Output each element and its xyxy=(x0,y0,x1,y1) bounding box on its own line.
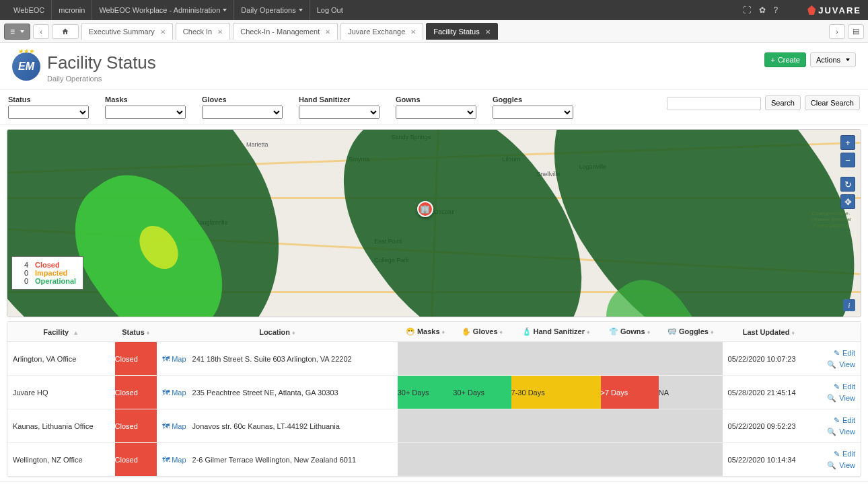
caret-icon xyxy=(846,58,850,61)
tab-check-in[interactable]: Check In✕ xyxy=(176,23,230,40)
city-label: Sandy Springs xyxy=(392,134,431,140)
filter-gloves-label: Gloves xyxy=(202,95,283,104)
home-tab[interactable] xyxy=(52,24,79,39)
caret-icon xyxy=(20,30,24,33)
status-cell: Closed xyxy=(115,342,157,376)
supply-empty-cell xyxy=(398,342,723,376)
sort-icon: ♦ xyxy=(647,329,651,335)
filter-gowns-label: Gowns xyxy=(396,95,476,104)
edit-link[interactable]: ✎ Edit xyxy=(815,381,861,393)
map-marker[interactable]: 🏢 xyxy=(417,201,433,217)
header-row: Facility ▲ Status♦ Location♦ 😷 Masks♦ ✋ … xyxy=(7,322,861,342)
legend-count: 0 xyxy=(19,277,28,285)
col-location[interactable]: Location♦ xyxy=(157,322,398,342)
view-link[interactable]: 🔍 View xyxy=(815,460,861,471)
tab-list-button[interactable]: ▤ xyxy=(848,24,864,39)
legend-operational: Operational xyxy=(35,277,76,285)
menu-daily-ops[interactable]: Daily Operations xyxy=(234,0,310,20)
close-icon[interactable]: ✕ xyxy=(217,28,223,36)
brand-text: JUVARE xyxy=(818,5,861,15)
facility-cell: Arlington, VA Office xyxy=(7,342,115,376)
col-facility[interactable]: Facility ▲ xyxy=(7,322,115,342)
col-masks[interactable]: 😷 Masks♦ xyxy=(398,322,454,342)
close-icon[interactable]: ✕ xyxy=(410,28,416,36)
glove-icon: ✋ xyxy=(462,327,471,335)
status-cell: Closed xyxy=(115,376,157,409)
footer: ⏮ ◀ Page 1 of 1 ▶ ⏭ Disable Refresh? ©20… xyxy=(0,481,868,484)
map[interactable]: Sandy Springs Smyrna Decatur East Point … xyxy=(7,129,861,317)
gear-icon[interactable]: ✿ xyxy=(759,5,766,15)
filter-gowns-select[interactable] xyxy=(396,106,476,119)
view-link[interactable]: 🔍 View xyxy=(815,426,861,438)
menu-button[interactable]: ≡ xyxy=(4,24,30,40)
map-pin-icon: 🗺 xyxy=(162,389,170,397)
sort-icon: ♦ xyxy=(711,329,714,335)
row-actions: ✎ Edit 🔍 View xyxy=(815,409,861,443)
table-row: Juvare HQClosed🗺 Map 235 Peachtree Stree… xyxy=(7,376,861,409)
col-gowns[interactable]: 👕 Gowns♦ xyxy=(601,322,659,342)
supply-empty-cell xyxy=(398,409,723,443)
map-link[interactable]: 🗺 Map xyxy=(162,456,186,464)
help-icon[interactable]: ? xyxy=(774,5,779,15)
edit-link[interactable]: ✎ Edit xyxy=(815,415,861,426)
pencil-icon: ✎ xyxy=(834,382,840,391)
edit-link[interactable]: ✎ Edit xyxy=(815,348,861,359)
city-label: Lilburn xyxy=(502,156,520,163)
map-link[interactable]: 🗺 Map xyxy=(162,355,186,363)
tab-executive-summary[interactable]: Executive Summary✕ xyxy=(81,23,173,40)
filter-status-select[interactable] xyxy=(8,106,89,119)
filter-gloves-select[interactable] xyxy=(202,106,283,119)
map-link[interactable]: 🗺 Map xyxy=(162,389,186,397)
close-icon[interactable]: ✕ xyxy=(160,28,166,36)
tab-prev-button[interactable]: ‹ xyxy=(33,24,49,39)
view-link[interactable]: 🔍 View xyxy=(815,393,861,404)
col-updated[interactable]: Last Updated♦ xyxy=(723,322,816,342)
create-button[interactable]: +Create xyxy=(764,52,805,67)
tab-juvare-exchange[interactable]: Juvare Exchange✕ xyxy=(340,23,423,40)
status-cell: Closed xyxy=(115,409,157,443)
logout-link[interactable]: Log Out xyxy=(310,0,350,20)
filter-status-label: Status xyxy=(8,95,89,104)
user-name[interactable]: mcronin xyxy=(52,0,92,20)
search-input[interactable] xyxy=(667,97,761,110)
close-icon[interactable]: ✕ xyxy=(485,28,491,36)
recenter-button[interactable]: ✥ xyxy=(840,194,855,209)
refresh-map-button[interactable]: ↻ xyxy=(840,177,855,192)
filter-sanitizer-select[interactable] xyxy=(299,106,379,119)
zoom-in-button[interactable]: + xyxy=(840,135,855,150)
pencil-icon: ✎ xyxy=(834,416,840,425)
tab-check-in-management[interactable]: Check-In - Management✕ xyxy=(233,23,338,40)
col-sanitizer[interactable]: 🧴 Hand Sanitizer♦ xyxy=(511,322,601,342)
actions-button[interactable]: Actions xyxy=(810,52,856,67)
legend-count: 4 xyxy=(19,261,28,269)
tab-next-button[interactable]: › xyxy=(829,24,845,39)
map-link[interactable]: 🗺 Map xyxy=(162,422,186,430)
fullscreen-icon[interactable]: ⛶ xyxy=(743,5,751,15)
app-name[interactable]: WebEOC xyxy=(7,0,52,20)
menu-workplace[interactable]: WebEOC Workplace - Administration xyxy=(92,0,234,20)
close-icon[interactable]: ✕ xyxy=(325,28,330,36)
tab-bar: ≡ ‹ Executive Summary✕ Check In✕ Check-I… xyxy=(0,20,868,43)
clear-search-button[interactable]: Clear Search xyxy=(805,95,860,110)
col-goggles[interactable]: 🥽 Goggles♦ xyxy=(659,322,723,342)
menu-workplace-label: WebEOC Workplace - Administration xyxy=(99,6,220,14)
tab-facility-status[interactable]: Facility Status✕ xyxy=(426,23,497,40)
map-road xyxy=(7,291,861,293)
col-gloves[interactable]: ✋ Gloves♦ xyxy=(453,322,511,342)
top-bar: WebEOC mcronin WebEOC Workplace - Admini… xyxy=(0,0,868,20)
col-status[interactable]: Status♦ xyxy=(115,322,157,342)
supply-goggles-cell: NA xyxy=(659,376,723,409)
location-cell: 🗺 Map 235 Peachtree Street NE, Atlanta, … xyxy=(157,376,398,409)
gown-icon: 👕 xyxy=(609,327,618,335)
table-row: Wellington, NZ OfficeClosed🗺 Map 2-6 Gil… xyxy=(7,443,861,477)
search-button[interactable]: Search xyxy=(765,95,801,110)
zoom-out-button[interactable]: − xyxy=(840,153,855,167)
view-link[interactable]: 🔍 View xyxy=(815,359,861,370)
actions-label: Actions xyxy=(816,56,840,64)
row-actions: ✎ Edit 🔍 View xyxy=(815,443,861,477)
filter-masks-select[interactable] xyxy=(105,106,186,119)
map-info-button[interactable]: i xyxy=(843,299,855,311)
edit-link[interactable]: ✎ Edit xyxy=(815,448,861,460)
filter-goggles-select[interactable] xyxy=(493,106,573,119)
city-label: College Park xyxy=(374,257,409,264)
